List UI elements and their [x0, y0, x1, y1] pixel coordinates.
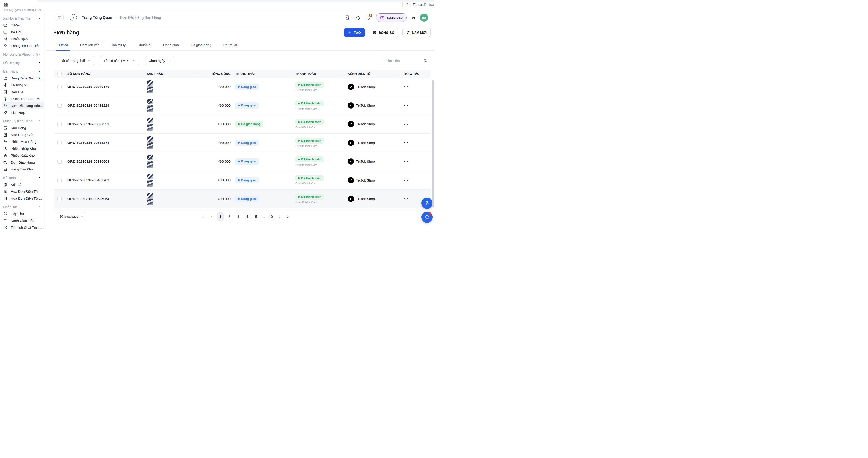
- sidebar-item-goods-receipt[interactable]: Phiếu Nhập Kho: [0, 145, 45, 152]
- more-actions-button[interactable]: [404, 122, 408, 126]
- vertical-scrollbar[interactable]: [432, 80, 434, 207]
- page-button[interactable]: 2: [226, 212, 233, 221]
- sidebar-item-livechat[interactable]: Tiện Ích Chat Trực Tuy...: [0, 224, 45, 229]
- more-actions-button[interactable]: [404, 160, 408, 163]
- sidebar-item-sales-orders[interactable]: Đơn Đặt Hàng Bán H...: [2, 102, 44, 109]
- chat-support-button[interactable]: [422, 211, 433, 223]
- sidebar-item-auto-einvoice[interactable]: Hóa Đơn Điện Tử Tự ...: [0, 195, 45, 202]
- horizontal-scrollbar[interactable]: [54, 208, 429, 211]
- status-badge: Đang giao: [235, 140, 258, 146]
- next-page-button[interactable]: [277, 213, 283, 220]
- select-all-checkbox[interactable]: [57, 71, 62, 76]
- sidebar-item-sales-dashboard[interactable]: Bảng Điều Khiển Bán ...: [0, 75, 45, 82]
- refresh-button[interactable]: LÀM MỚI: [402, 28, 431, 37]
- sidebar-item-insights[interactable]: Thông Tin Chi Tiết: [0, 42, 45, 49]
- status-filter-dropdown[interactable]: Tất cả trạng thái: [57, 56, 94, 65]
- more-actions-button[interactable]: [404, 197, 408, 201]
- page-button[interactable]: 10: [268, 212, 274, 221]
- sidebar-section-messaging[interactable]: Nhắn Tin: [0, 203, 45, 210]
- table-row[interactable]: ORD-20260316-00949176 ₫90,000 Đang giao …: [54, 78, 431, 96]
- row-checkbox[interactable]: [57, 141, 62, 145]
- sidebar-item-channels[interactable]: Kênh Giao Tiếp: [0, 217, 45, 224]
- sidebar-item-product-hub[interactable]: Trung Tâm Sản Phẩm: [0, 95, 45, 102]
- language-button[interactable]: VI: [412, 16, 415, 20]
- row-checkbox[interactable]: [57, 122, 62, 126]
- sidebar-item-suppliers[interactable]: Nhà Cung Cấp: [0, 131, 45, 138]
- sidebar-item-campaigns[interactable]: Chiến Dịch: [0, 35, 45, 42]
- more-actions-button[interactable]: [404, 104, 408, 107]
- ai-assistant-icon[interactable]: [345, 15, 350, 20]
- marketplace-filter-dropdown[interactable]: Tất cả sàn TMĐT: [100, 56, 139, 65]
- rows-per-page-dropdown[interactable]: 10 rows/page: [57, 212, 86, 221]
- page-button[interactable]: 3: [235, 212, 242, 221]
- create-button[interactable]: TẠO: [344, 28, 365, 37]
- table-row[interactable]: ORD-20260316-00466229 ₫90,000 Đang giao …: [54, 96, 431, 115]
- first-page-button[interactable]: [200, 213, 206, 220]
- sync-button[interactable]: ĐỒNG BỘ: [369, 28, 398, 37]
- sidebar-item-inbox[interactable]: Hộp Thư: [0, 210, 45, 217]
- status-dot: [238, 86, 240, 88]
- tab-awaiting-link[interactable]: Chờ liên kết: [79, 43, 99, 51]
- tab-pending[interactable]: Chờ xử lý: [110, 43, 127, 51]
- more-actions-button[interactable]: [404, 85, 408, 89]
- search-icon[interactable]: [423, 58, 428, 63]
- sidebar-item-delivery-orders[interactable]: Đơn Giao Hàng: [0, 159, 45, 166]
- tiktok-icon: [348, 140, 354, 146]
- all-bookmarks-button[interactable]: Tất cả dấu trang: [402, 2, 434, 7]
- sidebar-section-warehouse[interactable]: Quản Lý Kho Hàng: [0, 117, 45, 124]
- page-button[interactable]: 5: [253, 212, 259, 221]
- tab-returned[interactable]: Đã trả lại: [222, 43, 238, 51]
- rocket-launcher-button[interactable]: [422, 198, 433, 209]
- support-headset-icon[interactable]: [355, 15, 361, 20]
- breadcrumb-parent[interactable]: Trang Tổng Quan: [82, 16, 112, 20]
- sidebar-item-quotes[interactable]: Báo Giá: [0, 88, 45, 95]
- date-filter-dropdown[interactable]: Chọn ngày: [145, 56, 175, 65]
- page-button[interactable]: 4: [244, 212, 251, 221]
- table-row[interactable]: ORD-20260316-00505954 ₫90,000 Đang giao …: [54, 190, 431, 208]
- pagination-ellipsis[interactable]: ...: [261, 215, 266, 218]
- row-checkbox[interactable]: [57, 197, 62, 201]
- back-button[interactable]: [70, 14, 77, 21]
- sidebar-section-audience[interactable]: Đối Tượng: [0, 59, 45, 66]
- sidebar-item-inventory[interactable]: Hàng Tồn Kho: [0, 166, 45, 173]
- apps-grid-icon[interactable]: [4, 2, 8, 7]
- table-row[interactable]: ORD-20260316-00522274 ₫90,000 Đang giao …: [54, 134, 431, 152]
- sidebar-item-email[interactable]: E-Mail: [0, 22, 45, 28]
- tab-shipping[interactable]: Đang giao: [162, 43, 180, 51]
- more-actions-button[interactable]: [404, 141, 408, 145]
- table-row[interactable]: ORD-20260316-00469702 ₫90,000 Đang giao …: [54, 171, 431, 190]
- avatar[interactable]: HS: [420, 13, 428, 22]
- wallet-balance-button[interactable]: 3,850,010: [376, 13, 407, 22]
- row-checkbox[interactable]: [57, 85, 62, 89]
- sidebar-section-social-marketing[interactable]: Xã Hội & Tiếp Thị: [0, 15, 45, 22]
- last-page-button[interactable]: [285, 213, 291, 220]
- prev-page-button[interactable]: [208, 213, 215, 220]
- row-checkbox[interactable]: [57, 178, 62, 182]
- notifications-bell-icon[interactable]: 7: [366, 15, 371, 20]
- tab-preparing[interactable]: Chuẩn bị: [137, 43, 152, 51]
- sidebar-item-einvoice[interactable]: Hóa Đơn Điện Tử: [0, 188, 45, 195]
- sidebar-item-goods-issue[interactable]: Phiếu Xuất Kho: [0, 152, 45, 159]
- row-checkbox[interactable]: [57, 159, 62, 164]
- tab-all[interactable]: Tất cả: [57, 43, 69, 51]
- sidebar-toggle-button[interactable]: [56, 14, 63, 21]
- sidebar-section-brand-resources[interactable]: Tài Nguyên Thương Hiệu: [0, 9, 45, 13]
- table-row[interactable]: ORD-20260316-00350908 ₫90,000 Đang giao …: [54, 152, 431, 171]
- order-id: ORD-20260316-00522274: [67, 141, 110, 145]
- sidebar-item-social[interactable]: Xã Hội: [0, 28, 45, 35]
- chevron-up-icon: [38, 17, 41, 20]
- table-row[interactable]: ORD-20260316-00092353 ₫90,000 Đã giao hà…: [54, 115, 431, 134]
- more-actions-button[interactable]: [404, 178, 408, 182]
- tab-delivered[interactable]: Đã giao hàng: [190, 43, 212, 51]
- sidebar-item-purchase-orders[interactable]: Phiếu Mua Hàng: [0, 138, 45, 145]
- page-button[interactable]: 1: [217, 212, 224, 221]
- sidebar-section-sales[interactable]: Bán Hàng: [0, 68, 45, 75]
- sidebar-section-accounting[interactable]: Kế Toán: [0, 174, 45, 181]
- search-input[interactable]: [386, 59, 422, 63]
- row-checkbox[interactable]: [57, 103, 62, 108]
- sidebar-item-warehouse[interactable]: Kho Hàng: [0, 124, 45, 131]
- sidebar-item-integrations[interactable]: Tích Hợp: [0, 109, 45, 116]
- sidebar-item-accounting[interactable]: Kế Toán: [0, 181, 45, 188]
- sidebar-section-content-media[interactable]: Nội Dung & Phương Tiện: [0, 51, 45, 58]
- sidebar-item-deals[interactable]: Thương Vụ: [0, 82, 45, 88]
